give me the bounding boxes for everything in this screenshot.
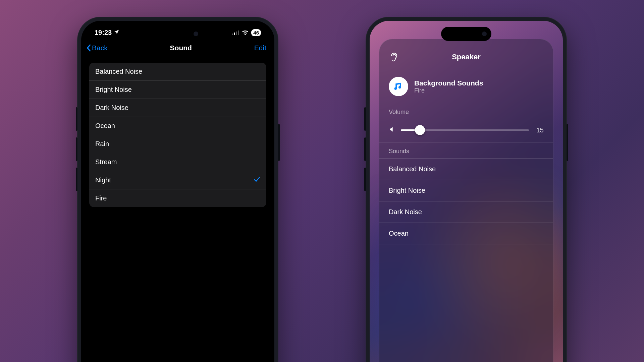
sound-label: Fire	[95, 194, 107, 202]
sound-option-dark-noise[interactable]: Dark Noise	[89, 99, 266, 117]
battery-badge: 46	[251, 29, 261, 36]
check-icon	[254, 176, 260, 184]
wifi-icon	[242, 30, 249, 35]
ear-icon[interactable]	[389, 52, 399, 65]
panel-sound-balanced-noise[interactable]: Balanced Noise	[379, 159, 553, 180]
sound-label: Dark Noise	[389, 208, 422, 216]
status-time: 19:23	[95, 29, 112, 37]
sounds-list: Balanced Noise Bright Noise Dark Noise O…	[89, 63, 266, 207]
volume-row: 15	[379, 119, 553, 142]
music-note-icon	[389, 77, 408, 96]
panel-sound-dark-noise[interactable]: Dark Noise	[379, 201, 553, 223]
sound-option-stream[interactable]: Stream	[89, 153, 266, 171]
signal-icon	[232, 31, 239, 35]
panel-sound-ocean[interactable]: Ocean	[379, 223, 553, 244]
sound-label: Balanced Noise	[389, 165, 436, 173]
sound-option-fire[interactable]: Fire	[89, 189, 266, 207]
sound-option-rain[interactable]: Rain	[89, 135, 266, 153]
slider-thumb[interactable]	[415, 125, 425, 135]
dynamic-island	[153, 27, 203, 41]
panel-sound-bright-noise[interactable]: Bright Noise	[379, 180, 553, 201]
panel-title: Speaker	[452, 53, 481, 61]
sound-label: Ocean	[95, 122, 115, 130]
sound-option-balanced-noise[interactable]: Balanced Noise	[89, 63, 266, 81]
sound-label: Bright Noise	[389, 187, 425, 194]
hearing-panel: Speaker Background Sounds Fire Volume	[379, 39, 553, 362]
dynamic-island	[441, 27, 491, 41]
screen-right: Speaker Background Sounds Fire Volume	[370, 21, 563, 362]
volume-section-label: Volume	[379, 103, 553, 119]
volume-value: 15	[534, 126, 544, 134]
sound-option-night[interactable]: Night	[89, 171, 266, 189]
speaker-icon	[389, 126, 395, 134]
battery-level: 46	[253, 30, 259, 36]
screen-left: 19:23 46 Back So	[81, 21, 274, 362]
sound-option-ocean[interactable]: Ocean	[89, 117, 266, 135]
svg-rect-2	[236, 32, 237, 35]
sound-label: Stream	[95, 158, 117, 166]
back-button[interactable]: Back	[86, 44, 108, 52]
sound-option-bright-noise[interactable]: Bright Noise	[89, 81, 266, 99]
svg-rect-0	[232, 34, 233, 35]
sound-label: Ocean	[389, 230, 409, 237]
sound-label: Dark Noise	[95, 104, 128, 112]
panel-sounds-list: Balanced Noise Bright Noise Dark Noise O…	[379, 159, 553, 244]
sound-label: Night	[95, 176, 111, 184]
phone-frame-right: Speaker Background Sounds Fire Volume	[366, 17, 567, 362]
phone-frame-left: 19:23 46 Back So	[77, 17, 278, 362]
svg-rect-3	[238, 31, 239, 35]
now-playing-row[interactable]: Background Sounds Fire	[379, 71, 553, 103]
page-title: Sound	[170, 44, 192, 52]
sound-label: Bright Noise	[95, 86, 132, 94]
svg-rect-1	[234, 33, 235, 35]
back-label: Back	[92, 44, 108, 52]
location-icon	[114, 29, 119, 37]
edit-button[interactable]: Edit	[254, 44, 266, 52]
volume-slider[interactable]	[401, 129, 529, 131]
now-playing-title: Background Sounds	[414, 79, 483, 87]
nav-bar: Back Sound Edit	[81, 39, 274, 57]
sound-label: Rain	[95, 140, 109, 148]
sound-label: Balanced Noise	[95, 68, 142, 75]
now-playing-subtitle: Fire	[414, 87, 483, 94]
sounds-section-label: Sounds	[379, 142, 553, 159]
